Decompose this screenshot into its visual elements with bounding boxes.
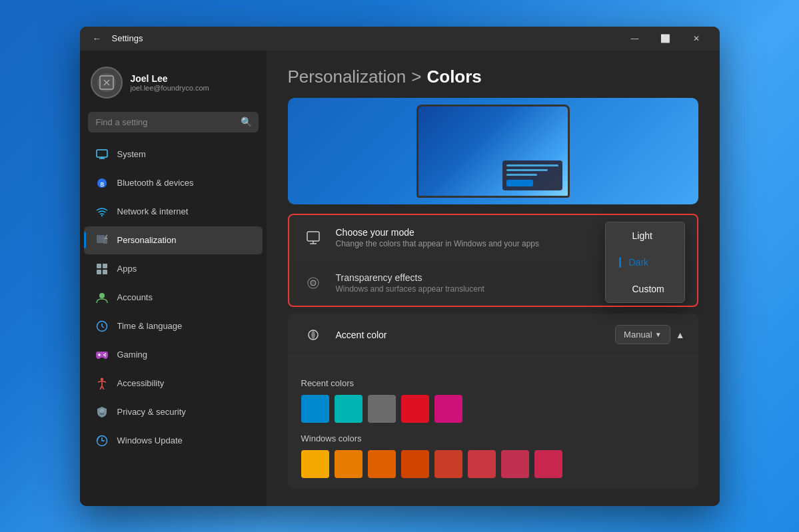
windows-color-swatch[interactable] (301, 450, 329, 478)
bluetooth-icon: ʙ (95, 176, 109, 190)
dropdown-item-light[interactable]: Light (606, 222, 684, 249)
window-title: Settings (112, 33, 143, 43)
user-section: Joel Lee joel.lee@foundryco.com (80, 59, 267, 112)
accent-expanded: Recent colors Windows colors (288, 357, 698, 489)
recent-colors-section: Recent colors (301, 378, 685, 423)
recent-colors-label: Recent colors (301, 378, 685, 388)
user-name: Joel Lee (131, 73, 209, 84)
windows-color-swatch[interactable] (534, 450, 562, 478)
minimize-button[interactable]: — (620, 27, 650, 51)
breadcrumb-current: Colors (426, 67, 481, 87)
windows-color-swatch[interactable] (468, 450, 496, 478)
svg-point-23 (103, 354, 105, 356)
accent-row-info: Accent color (301, 323, 387, 347)
windows-color-swatch[interactable] (434, 450, 462, 478)
recent-color-swatch[interactable] (368, 395, 396, 423)
mode-icon (301, 226, 325, 250)
system-icon (95, 147, 109, 162)
windows-color-swatch[interactable] (335, 450, 363, 478)
sidebar-item-time[interactable]: Time & language (84, 312, 263, 340)
svg-point-9 (101, 214, 102, 216)
windows-colors-label: Windows colors (301, 433, 685, 443)
recent-color-swatch[interactable] (401, 395, 429, 423)
transparency-text: Transparency effects Windows and surface… (336, 272, 484, 294)
accent-title: Accent color (336, 330, 387, 340)
content-area: Joel Lee joel.lee@foundryco.com 🔍 Syste (80, 51, 720, 506)
accent-header-controls: Manual ▼ ▲ (615, 325, 684, 344)
sidebar: Joel Lee joel.lee@foundryco.com 🔍 Syste (80, 51, 267, 506)
user-info: Joel Lee joel.lee@foundryco.com (131, 73, 209, 92)
sidebar-item-system[interactable]: System (84, 140, 263, 168)
breadcrumb: Personalization > Colors (288, 67, 698, 87)
apps-label: Apps (117, 264, 137, 274)
windows-color-swatch[interactable] (501, 450, 529, 478)
mode-row-info: Choose your mode Change the colors that … (301, 226, 540, 250)
svg-point-25 (105, 355, 106, 356)
accent-mode-label: Manual (624, 330, 652, 340)
personalization-label: Personalization (117, 235, 177, 245)
breadcrumb-parent: Personalization (288, 67, 406, 87)
windows-color-swatches (301, 450, 685, 478)
back-button[interactable]: ← (88, 29, 107, 48)
sidebar-item-bluetooth[interactable]: ʙ Bluetooth & devices (84, 169, 263, 197)
search-input[interactable] (88, 112, 259, 133)
search-icon: 🔍 (241, 117, 252, 127)
breadcrumb-separator: > (411, 67, 421, 87)
accounts-icon (95, 290, 109, 305)
avatar (91, 67, 123, 99)
svg-point-24 (105, 353, 106, 354)
windows-color-swatch[interactable] (401, 450, 429, 478)
preview-section (288, 98, 698, 204)
transparency-row-info: Transparency effects Windows and surface… (301, 271, 484, 295)
sidebar-item-accessibility[interactable]: Accessibility (84, 370, 263, 398)
user-email: joel.lee@foundryco.com (131, 84, 209, 92)
choose-mode-row: Choose your mode Change the colors that … (288, 215, 698, 260)
accessibility-label: Accessibility (117, 378, 165, 388)
sidebar-item-personalization[interactable]: Personalization (84, 226, 263, 254)
window-controls: — ⬜ ✕ (620, 27, 712, 51)
network-label: Network & internet (117, 206, 189, 216)
mode-description: Change the colors that appear in Windows… (336, 239, 540, 248)
light-option-label: Light (632, 230, 652, 241)
mini-line-2 (506, 169, 548, 171)
sidebar-item-accounts[interactable]: Accounts (84, 284, 263, 312)
close-button[interactable]: ✕ (681, 27, 712, 51)
accent-icon (301, 323, 325, 347)
transparency-icon (301, 271, 325, 295)
sidebar-item-network[interactable]: Network & internet (84, 198, 263, 226)
accent-mode-select[interactable]: Manual ▼ (615, 325, 670, 344)
mini-line-1 (506, 164, 558, 166)
dark-option-label: Dark (629, 257, 649, 268)
mode-dropdown[interactable]: Light Dark Custom (605, 222, 685, 303)
windows-color-swatch[interactable] (368, 450, 396, 478)
recent-color-swatch[interactable] (301, 395, 329, 423)
gaming-icon (95, 348, 109, 362)
svg-rect-30 (307, 232, 319, 241)
svg-line-20 (102, 326, 104, 328)
recent-color-swatch[interactable] (434, 395, 462, 423)
recent-color-swatch[interactable] (335, 395, 363, 423)
title-bar: ← Settings — ⬜ ✕ (80, 27, 720, 51)
update-icon (95, 433, 109, 448)
custom-option-label: Custom (632, 284, 664, 294)
svg-rect-15 (97, 270, 101, 274)
sidebar-item-update[interactable]: Windows Update (84, 427, 263, 455)
apps-icon (95, 262, 109, 276)
preview-mini-window (502, 160, 562, 190)
search-box: 🔍 (88, 112, 259, 133)
time-icon (95, 319, 109, 334)
maximize-button[interactable]: ⬜ (650, 27, 681, 51)
sidebar-item-gaming[interactable]: Gaming (84, 341, 263, 369)
privacy-icon (95, 405, 109, 419)
network-icon (95, 204, 109, 219)
svg-rect-16 (103, 270, 107, 274)
update-label: Windows Update (117, 435, 183, 445)
dropdown-item-dark[interactable]: Dark (606, 249, 684, 276)
sidebar-item-apps[interactable]: Apps (84, 255, 263, 283)
mini-line-3 (506, 174, 538, 176)
dropdown-item-custom[interactable]: Custom (606, 276, 684, 302)
svg-point-26 (101, 378, 103, 380)
chevron-up-icon[interactable]: ▲ (676, 330, 685, 340)
sidebar-item-privacy[interactable]: Privacy & security (84, 398, 263, 426)
settings-window: ← Settings — ⬜ ✕ Joel Lee (80, 27, 720, 506)
